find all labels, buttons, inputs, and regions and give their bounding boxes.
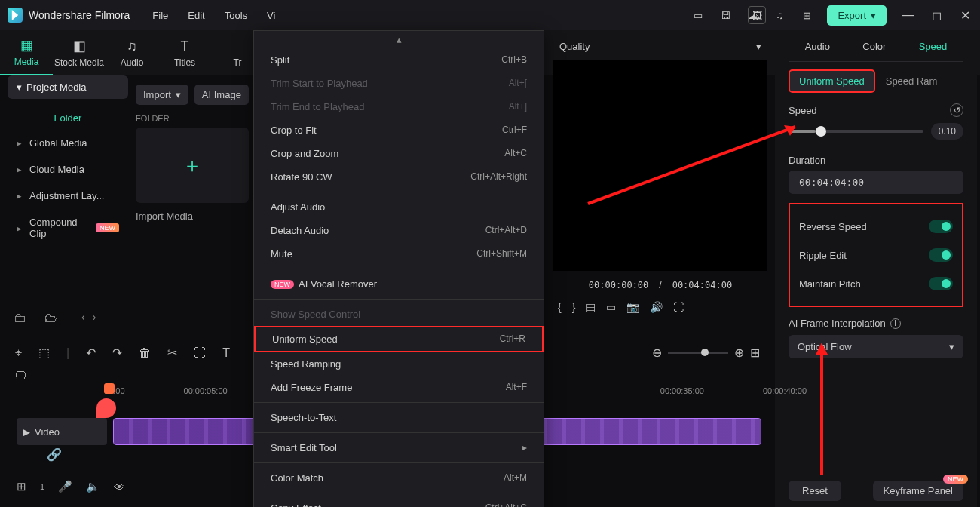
zoom-slider[interactable] bbox=[668, 352, 728, 354]
speaker-icon[interactable]: 🔈 bbox=[86, 480, 100, 493]
page-next[interactable]: › bbox=[93, 311, 96, 323]
track-menu-icon[interactable]: ⊞ bbox=[17, 480, 26, 493]
screen-icon[interactable]: ▭ bbox=[691, 8, 705, 22]
context-item-add-freeze-frame[interactable]: Add Freeze FrameAlt+F bbox=[254, 376, 544, 399]
keyframe-panel-button[interactable]: Keyframe PanelNEW bbox=[873, 481, 964, 501]
maintain-pitch-toggle[interactable] bbox=[929, 277, 953, 290]
cut-icon[interactable]: ✂ bbox=[167, 346, 177, 360]
context-menu-scroll-up[interactable]: ▴ bbox=[254, 31, 544, 48]
import-panel: Import▾ AI Image FOLDER ＋ Import Media bbox=[136, 84, 256, 222]
context-item-crop-to-fit[interactable]: Crop to FitCtrl+F bbox=[254, 118, 544, 142]
zoom-in-icon[interactable]: ⊕ bbox=[734, 346, 744, 360]
context-item-mute[interactable]: MuteCtrl+Shift+M bbox=[254, 242, 544, 266]
context-item-speed-ramping[interactable]: Speed Ramping bbox=[254, 352, 544, 376]
zoom-fit-icon[interactable]: ⊞ bbox=[750, 346, 760, 360]
sidebar-item-cloud[interactable]: ▸Cloud Media bbox=[8, 156, 128, 183]
context-item-rotate-90-cw[interactable]: Rotate 90 CWCtrl+Alt+Right bbox=[254, 165, 544, 189]
timeline-mode-icon[interactable]: 🖵 bbox=[15, 369, 26, 382]
sidebar-item-global[interactable]: ▸Global Media bbox=[8, 130, 128, 156]
menu-tools[interactable]: Tools bbox=[225, 10, 247, 21]
quality-dropdown[interactable]: ▾ bbox=[756, 41, 761, 52]
link-icon[interactable]: 🔗 bbox=[47, 447, 62, 462]
video-track-header[interactable]: ▶Video bbox=[17, 418, 107, 445]
video-preview[interactable] bbox=[553, 60, 767, 271]
tab-stock-media[interactable]: ◧Stock Media bbox=[53, 30, 106, 75]
reset-speed-icon[interactable]: ↺ bbox=[950, 103, 963, 117]
text-icon[interactable]: T bbox=[222, 346, 230, 360]
mark-out-icon[interactable]: } bbox=[572, 301, 576, 313]
speed-value[interactable]: 0.10 bbox=[931, 123, 963, 140]
edit-icon[interactable]: ▤ bbox=[586, 301, 596, 313]
mark-in-icon[interactable]: { bbox=[558, 301, 562, 313]
close-button[interactable]: ✕ bbox=[957, 8, 972, 23]
add-folder-icon[interactable]: 🗀 bbox=[14, 311, 26, 326]
menu-file[interactable]: File bbox=[152, 10, 168, 21]
left-sidebar: ▾Project Media Folder ▸Global Media ▸Clo… bbox=[8, 75, 128, 247]
properties-panel: Audio Color Speed Uniform Speed Speed Ra… bbox=[775, 30, 977, 507]
tab-prop-color[interactable]: Color bbox=[856, 38, 892, 55]
marker-icon[interactable] bbox=[96, 398, 116, 418]
context-item-speech-to-text[interactable]: Speech-to-Text bbox=[254, 406, 544, 429]
minimize-button[interactable]: — bbox=[900, 8, 915, 22]
context-item-adjust-audio[interactable]: Adjust Audio bbox=[254, 195, 544, 219]
delete-icon[interactable]: 🗑 bbox=[139, 346, 151, 360]
volume-icon[interactable]: 🔊 bbox=[650, 301, 663, 313]
redo-icon[interactable]: ↷ bbox=[112, 346, 122, 360]
page-prev[interactable]: ‹ bbox=[81, 311, 85, 323]
speed-slider-thumb[interactable] bbox=[816, 126, 826, 137]
tab-prop-audio[interactable]: Audio bbox=[799, 38, 836, 55]
reverse-speed-toggle[interactable] bbox=[929, 220, 953, 233]
folder-label[interactable]: Folder bbox=[8, 106, 128, 130]
sidebar-item-adjustment[interactable]: ▸Adjustment Lay... bbox=[8, 183, 128, 209]
tab-media[interactable]: ▦Media bbox=[0, 30, 53, 75]
menu-view[interactable]: Vi bbox=[267, 10, 275, 21]
tab-titles[interactable]: TTitles bbox=[158, 30, 211, 75]
sidebar-item-compound[interactable]: ▸Compound ClipNEW bbox=[8, 209, 128, 247]
tab-prop-speed[interactable]: Speed bbox=[913, 38, 954, 55]
picture-icon[interactable]: 🖼 bbox=[748, 6, 766, 24]
headphones-icon[interactable]: ♫ bbox=[773, 8, 786, 22]
mic-icon[interactable]: 🎤 bbox=[58, 480, 72, 493]
info-icon[interactable]: i bbox=[890, 318, 901, 329]
context-item-color-match[interactable]: Color MatchAlt+M bbox=[254, 466, 544, 490]
undo-icon[interactable]: ↶ bbox=[86, 346, 96, 360]
crop-icon[interactable]: ⛶ bbox=[194, 346, 206, 360]
import-drop-zone[interactable]: ＋ bbox=[136, 128, 249, 203]
context-item-smart-edit-tool[interactable]: Smart Edit Tool▸ bbox=[254, 436, 544, 459]
apps-icon[interactable]: ⊞ bbox=[800, 8, 813, 22]
context-item-trim-start-to-playhead: Trim Start to PlayheadAlt+[ bbox=[254, 72, 544, 95]
chevron-down-icon: ▾ bbox=[176, 89, 181, 100]
ai-frame-dropdown[interactable]: Optical Flow▾ bbox=[789, 335, 963, 358]
select-tool-icon[interactable]: ⬚ bbox=[38, 346, 50, 360]
ripple-edit-toggle[interactable] bbox=[929, 248, 953, 262]
export-button[interactable]: Export▾ bbox=[827, 5, 887, 26]
new-folder-icon[interactable]: 🗁 bbox=[44, 311, 57, 326]
ai-image-button[interactable]: AI Image bbox=[194, 84, 249, 105]
import-button[interactable]: Import▾ bbox=[136, 84, 188, 105]
tab-audio[interactable]: ♫Audio bbox=[106, 30, 158, 75]
reset-button[interactable]: Reset bbox=[789, 481, 841, 501]
fullscreen-icon[interactable]: ⛶ bbox=[673, 301, 684, 313]
eye-icon[interactable]: 👁 bbox=[114, 481, 125, 493]
menu-edit[interactable]: Edit bbox=[188, 10, 204, 21]
camera-icon[interactable]: 📷 bbox=[626, 301, 639, 313]
context-item-detach-audio[interactable]: Detach AudioCtrl+Alt+D bbox=[254, 219, 544, 242]
playhead[interactable] bbox=[104, 383, 115, 394]
context-item-copy-effect[interactable]: Copy EffectCtrl+Alt+C bbox=[254, 496, 544, 507]
duration-value[interactable]: 00:04:04:00 bbox=[789, 171, 963, 194]
context-item-ai-vocal-remover[interactable]: NEW AI Vocal Remover bbox=[254, 272, 544, 296]
context-menu: ▴ SplitCtrl+BTrim Start to PlayheadAlt+[… bbox=[253, 30, 544, 507]
pointer-tool-icon[interactable]: ⌖ bbox=[15, 346, 22, 360]
maximize-button[interactable]: ◻ bbox=[929, 8, 944, 23]
ripple-edit-label: Ripple Edit bbox=[799, 250, 847, 261]
context-item-crop-and-zoom[interactable]: Crop and ZoomAlt+C bbox=[254, 142, 544, 165]
save-icon[interactable]: 🖫 bbox=[718, 8, 732, 22]
subtab-uniform-speed[interactable]: Uniform Speed bbox=[789, 69, 875, 93]
context-item-uniform-speed[interactable]: Uniform SpeedCtrl+R bbox=[254, 326, 544, 352]
screen-icon[interactable]: ▭ bbox=[606, 301, 616, 313]
zoom-out-icon[interactable]: ⊖ bbox=[652, 346, 662, 360]
speed-slider[interactable] bbox=[789, 130, 923, 133]
project-media-button[interactable]: ▾Project Media bbox=[8, 75, 128, 99]
subtab-speed-ramping[interactable]: Speed Ram bbox=[886, 75, 938, 87]
context-item-split[interactable]: SplitCtrl+B bbox=[254, 48, 544, 72]
